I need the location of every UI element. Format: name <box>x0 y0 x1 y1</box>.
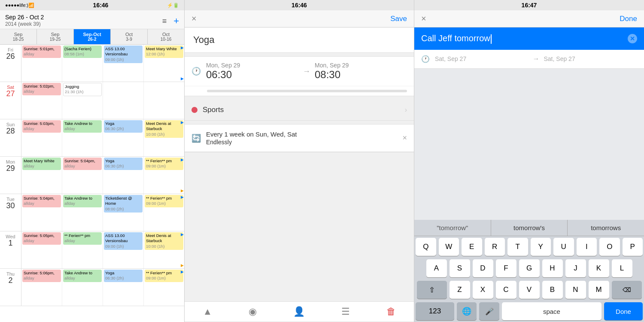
clear-input-button[interactable]: ✕ <box>628 34 637 43</box>
event-footer-spacer <box>185 156 414 301</box>
key-a[interactable]: A <box>426 259 447 277</box>
key-d[interactable]: D <box>473 259 493 277</box>
close-button[interactable]: × <box>421 14 426 24</box>
list-item: ** Ferien** pm09:00 (1m) <box>145 158 183 170</box>
key-m[interactable]: M <box>589 281 609 299</box>
cell-sun28-4[interactable]: Meet Denis at Starbuck10:00 (1h) ▶ <box>144 119 184 156</box>
cell-fri26-1[interactable]: Sunrise: 5:01pm,allday <box>21 45 62 82</box>
space-key[interactable]: space <box>502 302 601 320</box>
day-label-sun28: Sun 28 <box>0 119 21 156</box>
key-k[interactable]: K <box>589 259 609 277</box>
notes-button[interactable]: ☰ <box>341 306 350 317</box>
cell-thu2-2[interactable]: Take Andrew toallday <box>62 269 103 306</box>
contact-button[interactable]: 👤 <box>293 306 305 317</box>
cell-sun28-3[interactable]: Yoga06:30 (2h) <box>103 119 144 156</box>
nav-week-oct3[interactable]: Oct 3-9 <box>111 29 148 44</box>
cell-fri26-2[interactable]: (Sacha Ferien)08:58 (1m) <box>62 45 103 82</box>
key-n[interactable]: N <box>565 281 586 299</box>
save-button[interactable]: Save <box>390 15 407 23</box>
done-key[interactable]: Done <box>604 302 643 320</box>
shift-key[interactable]: ⇧ <box>417 281 447 299</box>
end-time-side[interactable]: Mon, Sep 29 08:30 <box>315 62 407 81</box>
event-title[interactable]: Yoga <box>193 34 405 46</box>
autocorrect-tomorrows[interactable]: tomorrow's <box>491 220 568 236</box>
key-f[interactable]: F <box>496 259 516 277</box>
mic-key[interactable]: 🎤 <box>479 302 499 320</box>
cell-thu2-3[interactable]: Yoga06:30 (2h) <box>103 269 144 306</box>
key-c[interactable]: C <box>496 281 516 299</box>
cell-mon29-3[interactable]: Yoga06:30 (2h) <box>103 157 144 194</box>
cell-mon29-1[interactable]: Meet Mary Whiteallday <box>21 157 62 194</box>
key-g[interactable]: G <box>519 259 540 277</box>
cell-tue30-1[interactable]: Sunrise: 5:04pm,allday <box>21 194 62 231</box>
reminder-input-section[interactable]: Call Jeff tomorrow ✕ <box>414 27 644 50</box>
key-s[interactable]: S <box>450 259 470 277</box>
cell-wed1-1[interactable]: Sunrise: 5:05pm,allday <box>21 231 62 268</box>
nav-week-oct10[interactable]: Oct 10-16 <box>148 29 184 44</box>
add-event-button[interactable]: + <box>173 15 179 27</box>
cell-wed1-2[interactable]: ** Ferien** pmallday <box>62 231 103 268</box>
cell-tue30-4[interactable]: ** Ferien** pm09:00 (1m) ▶ <box>144 194 184 231</box>
location-button[interactable]: ◉ <box>249 306 257 317</box>
key-h[interactable]: H <box>542 259 563 277</box>
reminder-date-row: 🕐 Sat, Sep 27 → Sat, Sep 27 <box>414 50 644 69</box>
nav-week-sep26[interactable]: Sep-Oct 26-2 <box>74 29 111 44</box>
key-t[interactable]: T <box>507 238 528 256</box>
key-j[interactable]: J <box>565 259 586 277</box>
cell-fri26-4[interactable]: Meet Mary White12:00 (1h) ▶ ▶ <box>144 45 184 82</box>
nav-week-sep18[interactable]: Sep 18-25 <box>0 29 37 44</box>
key-u[interactable]: U <box>553 238 574 256</box>
key-z[interactable]: Z <box>450 281 470 299</box>
cell-sat27-4[interactable] <box>144 82 184 119</box>
delete-key[interactable]: ⌫ <box>612 281 642 299</box>
numbers-key[interactable]: 123 <box>416 302 454 320</box>
key-y[interactable]: Y <box>531 238 551 256</box>
key-w[interactable]: W <box>439 238 459 256</box>
calendar-grid: Fri 26 Sunrise: 5:01pm,allday (Sacha Fer… <box>0 45 184 322</box>
cell-mon29-2[interactable]: Sunrise: 5:04pm,allday <box>62 157 103 194</box>
key-e[interactable]: E <box>462 238 482 256</box>
key-i[interactable]: I <box>577 238 597 256</box>
cell-tue30-2[interactable]: Take Andrew toallday <box>62 194 103 231</box>
key-r[interactable]: R <box>485 238 505 256</box>
done-button[interactable]: Done <box>620 15 637 23</box>
menu-button[interactable]: ≡ <box>162 17 167 26</box>
cell-sat27-1[interactable]: Sunrise: 5:02pm,allday <box>21 82 62 119</box>
cell-thu2-4[interactable]: ** Ferien** pm09:00 (1m) ▶ <box>144 269 184 306</box>
delete-button[interactable]: 🗑 <box>386 306 396 317</box>
repeat-clear-button[interactable]: × <box>402 134 407 143</box>
cell-mon29-4[interactable]: ** Ferien** pm09:00 (1m) ▶ ▶ <box>144 157 184 194</box>
key-q[interactable]: Q <box>416 238 436 256</box>
key-p[interactable]: P <box>623 238 643 256</box>
key-x[interactable]: X <box>473 281 493 299</box>
table-row: Sun 28 Sunrise: 5:03pm,allday Take Andre… <box>0 119 184 157</box>
autocorrect-tomorrows2[interactable]: tomorrows <box>568 220 644 236</box>
close-button[interactable]: × <box>191 14 197 24</box>
key-v[interactable]: V <box>519 281 540 299</box>
globe-key[interactable]: 🌐 <box>457 302 477 320</box>
cell-sun28-2[interactable]: Take Andrew toallday <box>62 119 103 156</box>
reminder-nav-bar: × Done <box>414 10 644 27</box>
key-l[interactable]: L <box>612 259 632 277</box>
autocorrect-tomorrow-quoted[interactable]: "tomorrow" <box>414 220 491 236</box>
key-o[interactable]: O <box>599 238 620 256</box>
start-date-side[interactable]: Sat, Sep 27 <box>435 55 529 62</box>
reminder-text-input[interactable]: Call Jeff tomorrow <box>421 33 628 44</box>
key-b[interactable]: B <box>542 281 563 299</box>
cell-wed1-4[interactable]: Meet Denis at Starbuck10:00 (1h) ▶ ▶ <box>144 231 184 268</box>
start-time-side[interactable]: Mon, Sep 29 06:30 <box>206 62 298 81</box>
cell-wed1-3[interactable]: ASS 13.00 Versionsbau09:00 (1h) <box>103 231 144 268</box>
calendar-selector[interactable]: Sports › <box>185 100 414 121</box>
bluetooth-icon: ⚡ <box>167 3 173 8</box>
cell-sat27-2[interactable]: Jogging21:30 (1h) <box>62 82 103 119</box>
calendar-color-dot <box>191 107 197 113</box>
end-date-side[interactable]: Sat, Sep 27 <box>544 55 638 62</box>
chevron-right-icon: ▶ <box>181 270 184 274</box>
nav-week-sep19[interactable]: Sep 19-25 <box>37 29 74 44</box>
alarm-button[interactable]: ▲ <box>203 306 212 317</box>
cell-thu2-1[interactable]: Sunrise: 5:06pm,allday <box>21 269 62 306</box>
cell-fri26-3[interactable]: ASS 13.00 Versionsbau09:00 (1h) <box>103 45 144 82</box>
cell-tue30-3[interactable]: Ticketdienst @ Home08:00 (2h) <box>103 194 144 231</box>
cell-sun28-1[interactable]: Sunrise: 5:03pm,allday <box>21 119 62 156</box>
cell-sat27-3[interactable] <box>103 82 144 119</box>
